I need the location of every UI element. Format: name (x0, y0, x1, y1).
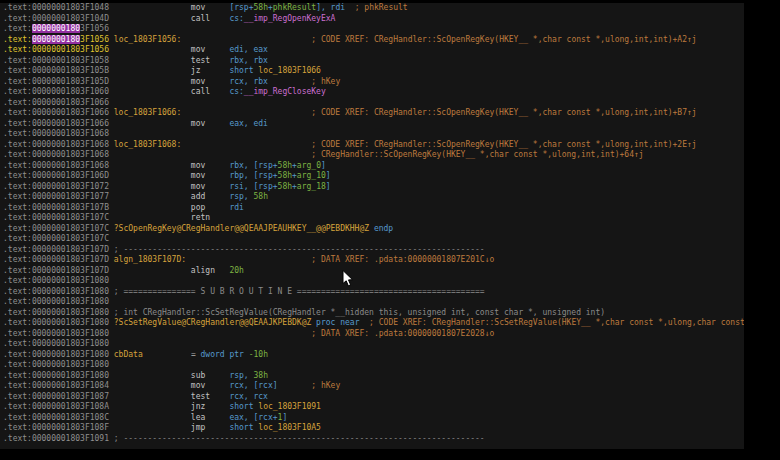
listing-line[interactable]: .text:00000001803F107C retn (3, 213, 744, 224)
listing-line[interactable]: .text:00000001803F1091 ; ---------------… (3, 434, 744, 445)
listing-line[interactable]: .text:00000001803F1060 call cs:__imp_Reg… (3, 87, 744, 98)
listing-line[interactable]: .text:00000001803F1080 ; DATA XREF: .pda… (3, 329, 744, 340)
screen-edge-bottom (0, 449, 780, 460)
listing-line[interactable]: .text:00000001803F1080 sub rsp, 38h (3, 371, 744, 382)
listing-line[interactable]: .text:00000001803F108C lea eax, [rcx+1] (3, 413, 744, 424)
listing-line[interactable]: .text:00000001803F107C ?ScOpenRegKey@CRe… (3, 224, 744, 235)
listing-line[interactable]: .text:00000001803F1066 mov eax, edi (3, 119, 744, 130)
listing-line[interactable]: .text:00000001803F1084 mov rcx, [rcx] ; … (3, 381, 744, 392)
listing-line[interactable]: .text:00000001803F1080 (3, 360, 744, 371)
listing-line[interactable]: .text:00000001803F1080 (3, 297, 744, 308)
listing-line[interactable]: .text:00000001803F1087 test rcx, rcx (3, 392, 744, 403)
listing-line[interactable]: .text:00000001803F1066 (3, 98, 744, 109)
listing-line[interactable]: .text:00000001803F1056 (3, 24, 744, 35)
listing-line[interactable]: .text:00000001803F1080 (3, 339, 744, 350)
listing-line[interactable]: .text:00000001803F106D mov rbp, [rsp+58h… (3, 171, 744, 182)
listing-line[interactable]: .text:00000001803F1068 (3, 129, 744, 140)
listing-line[interactable]: .text:00000001803F1080 ; ===============… (3, 287, 744, 298)
listing-line[interactable]: .text:00000001803F1066 loc_1803F1066: ; … (3, 108, 744, 119)
screen-edge-right (744, 0, 780, 460)
listing-line[interactable]: .text:00000001803F1068 loc_1803F1068: ; … (3, 140, 744, 151)
listing-line[interactable]: .text:00000001803F105B jz short loc_1803… (3, 66, 744, 77)
listing-line[interactable]: .text:00000001803F1068 mov rbx, [rsp+58h… (3, 161, 744, 172)
listing-line[interactable]: .text:00000001803F105D mov rcx, rbx ; hK… (3, 77, 744, 88)
listing-line[interactable]: .text:00000001803F107D ; ---------------… (3, 245, 744, 256)
listing-line[interactable]: .text:00000001803F1048 mov [rsp+58h+phkR… (3, 3, 744, 14)
listing-line[interactable]: .text:00000001803F107C (3, 234, 744, 245)
listing-line[interactable]: .text:00000001803F1080 ?ScSetRegValue@CR… (3, 318, 744, 329)
listing-line[interactable]: .text:00000001803F1058 test rbx, rbx (3, 56, 744, 67)
listing-line[interactable]: .text:00000001803F1056 loc_1803F1056: ; … (3, 35, 744, 46)
listing-line[interactable]: .text:00000001803F1072 mov rsi, [rsp+58h… (3, 182, 744, 193)
listing-line[interactable]: .text:00000001803F1077 add rsp, 58h (3, 192, 744, 203)
disassembly-listing[interactable]: .text:00000001803F1048 mov [rsp+58h+phkR… (0, 3, 744, 449)
listing-line[interactable]: .text:00000001803F107B pop rdi (3, 203, 744, 214)
listing-line[interactable]: .text:00000001803F1056 mov edi, eax (3, 45, 744, 56)
listing-line[interactable]: .text:00000001803F1080 (3, 276, 744, 287)
listing-line[interactable]: .text:00000001803F107D align 20h (3, 266, 744, 277)
listing-line[interactable]: .text:00000001803F1080 cbData = dword pt… (3, 350, 744, 361)
listing-line[interactable]: .text:00000001803F104D call cs:__imp_Reg… (3, 14, 744, 25)
listing-line[interactable]: .text:00000001803F107D algn_1803F107D: ;… (3, 255, 744, 266)
screen-edge-top (0, 0, 780, 3)
listing-line[interactable]: .text:00000001803F1068 ; CRegHandler::Sc… (3, 150, 744, 161)
listing-line[interactable]: .text:00000001803F1080 ; int CRegHandler… (3, 308, 744, 319)
listing-line[interactable]: .text:00000001803F108F jmp short loc_180… (3, 423, 744, 434)
listing-line[interactable]: .text:00000001803F108A jnz short loc_180… (3, 402, 744, 413)
